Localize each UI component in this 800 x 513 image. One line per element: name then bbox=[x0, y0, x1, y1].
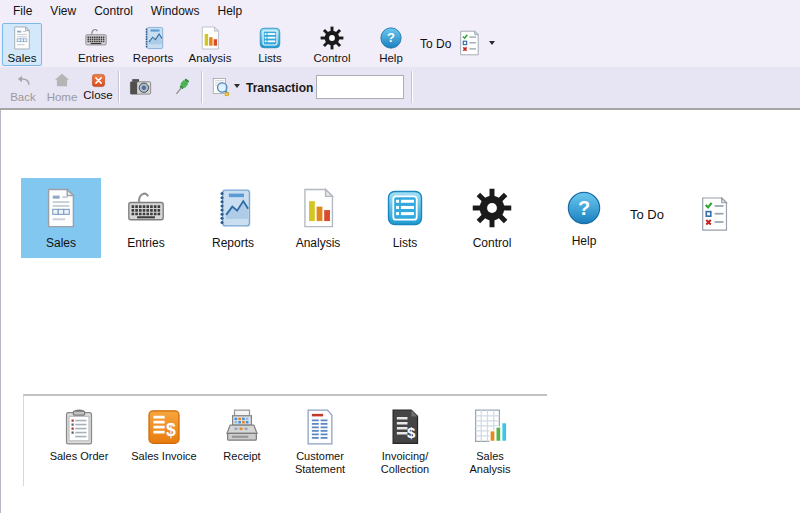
ribbon-button-label: Entries bbox=[78, 52, 114, 64]
ribbon-button-label: Reports bbox=[133, 52, 173, 64]
todo-checklist-icon bbox=[695, 195, 733, 233]
menu-view[interactable]: View bbox=[41, 2, 85, 20]
menu-bar: File View Control Windows Help bbox=[0, 0, 800, 22]
search-button[interactable] bbox=[209, 75, 233, 99]
panel-item-label: Customer bbox=[295, 450, 345, 463]
menu-control[interactable]: Control bbox=[85, 2, 142, 20]
tile-control[interactable]: Control bbox=[452, 178, 532, 258]
transaction-no-input[interactable] bbox=[316, 75, 404, 99]
search-document-icon bbox=[210, 76, 233, 99]
ribbon-button-label: Sales bbox=[8, 52, 37, 64]
tile-label: Reports bbox=[212, 236, 254, 250]
close-icon bbox=[91, 73, 106, 88]
search-dropdown[interactable] bbox=[234, 84, 240, 88]
home-button[interactable]: Home bbox=[44, 71, 80, 103]
screenshot-button[interactable] bbox=[126, 75, 154, 99]
camera-icon bbox=[127, 75, 154, 99]
ribbon-button-reports[interactable]: Reports bbox=[126, 23, 180, 66]
main-todo-button[interactable] bbox=[695, 195, 733, 233]
report-notebook-icon bbox=[211, 186, 255, 230]
tile-analysis[interactable]: Analysis bbox=[278, 178, 358, 258]
ribbon-button-lists[interactable]: Lists bbox=[248, 23, 292, 66]
main-todo-label[interactable]: To Do bbox=[630, 207, 664, 222]
application-window: File View Control Windows Help Sales Ent… bbox=[0, 0, 800, 513]
ribbon-button-analysis[interactable]: Analysis bbox=[182, 23, 238, 66]
invoicing-collection-icon bbox=[385, 407, 425, 447]
tile-help[interactable]: Help bbox=[544, 178, 624, 258]
cash-register-icon bbox=[222, 407, 262, 447]
keyboard-icon bbox=[83, 25, 109, 51]
sales-document-icon bbox=[39, 186, 83, 230]
ribbon-button-label: Help bbox=[379, 52, 403, 64]
gear-icon bbox=[470, 186, 514, 230]
tile-label: Control bbox=[473, 236, 512, 250]
keyboard-icon bbox=[124, 186, 168, 230]
panel-item-label: Receipt bbox=[223, 450, 260, 463]
back-label: Back bbox=[10, 91, 36, 103]
back-arrow-icon bbox=[14, 71, 33, 90]
ribbon-button-entries[interactable]: Entries bbox=[70, 23, 122, 66]
chevron-down-icon[interactable] bbox=[489, 41, 495, 45]
close-button[interactable]: Close bbox=[80, 71, 116, 101]
ribbon-button-label: Lists bbox=[258, 52, 282, 64]
home-icon bbox=[53, 71, 71, 90]
panel-item-sales-analysis[interactable]: Sales Analysis bbox=[454, 407, 526, 475]
ribbon-todo-label: To Do bbox=[420, 37, 451, 51]
navigation-toolbar: Back Home Close Transaction No. bbox=[0, 67, 800, 110]
panel-item-label2: Collection bbox=[381, 463, 429, 476]
tile-label: Help bbox=[572, 234, 597, 248]
panel-item-label: Sales Invoice bbox=[131, 450, 196, 463]
todo-checklist-icon bbox=[455, 29, 483, 57]
panel-item-label2: Analysis bbox=[470, 463, 511, 476]
panel-item-label: Sales bbox=[470, 450, 511, 463]
tile-reports[interactable]: Reports bbox=[193, 178, 273, 258]
ribbon-todo-button[interactable] bbox=[455, 29, 495, 57]
chevron-down-icon bbox=[234, 84, 240, 88]
ribbon-toolbar: Sales Entries Reports Analysis Lists Con… bbox=[0, 22, 800, 67]
panel-item-label: Invoicing/ bbox=[381, 450, 429, 463]
tile-label: Lists bbox=[393, 236, 418, 250]
panel-item-label2: Statement bbox=[295, 463, 345, 476]
ribbon-button-sales[interactable]: Sales bbox=[2, 23, 42, 66]
tile-lists[interactable]: Lists bbox=[365, 178, 445, 258]
pushpin-icon bbox=[169, 74, 194, 101]
panel-item-sales-order[interactable]: Sales Order bbox=[43, 407, 115, 463]
sales-analysis-icon bbox=[470, 407, 510, 447]
toolbar-separator bbox=[118, 71, 119, 103]
help-question-icon bbox=[564, 188, 604, 228]
ribbon-button-control[interactable]: Control bbox=[306, 23, 358, 66]
bar-chart-document-icon bbox=[197, 25, 223, 51]
pin-button[interactable] bbox=[168, 73, 194, 101]
toolbar-separator bbox=[411, 71, 412, 103]
panel-item-receipt[interactable]: Receipt bbox=[206, 407, 278, 463]
menu-windows[interactable]: Windows bbox=[142, 2, 209, 20]
ribbon-button-label: Analysis bbox=[189, 52, 232, 64]
panel-item-sales-invoice[interactable]: Sales Invoice bbox=[128, 407, 200, 463]
customer-statement-icon bbox=[300, 407, 340, 447]
panel-item-customer-statement[interactable]: Customer Statement bbox=[284, 407, 356, 475]
list-icon bbox=[257, 25, 283, 51]
tile-label: Entries bbox=[127, 236, 164, 250]
tile-label: Analysis bbox=[296, 236, 341, 250]
clipboard-icon bbox=[59, 407, 99, 447]
main-content: Sales Entries Reports Analysis Lists Con… bbox=[0, 110, 800, 513]
list-icon bbox=[383, 186, 427, 230]
sales-module-panel: Sales Order Sales Invoice Receipt bbox=[23, 394, 547, 486]
menu-help[interactable]: Help bbox=[209, 2, 252, 20]
ribbon-button-help[interactable]: Help bbox=[372, 23, 410, 66]
home-label: Home bbox=[47, 91, 78, 103]
report-notebook-icon bbox=[140, 25, 166, 51]
menu-file[interactable]: File bbox=[4, 2, 41, 20]
sales-document-icon bbox=[9, 25, 35, 51]
panel-item-invoicing-collection[interactable]: Invoicing/ Collection bbox=[369, 407, 441, 475]
bar-chart-document-icon bbox=[296, 186, 340, 230]
back-button[interactable]: Back bbox=[6, 71, 40, 103]
panel-item-label: Sales Order bbox=[50, 450, 109, 463]
invoice-orange-icon bbox=[144, 407, 184, 447]
tile-sales[interactable]: Sales bbox=[21, 178, 101, 258]
tile-label: Sales bbox=[46, 236, 76, 250]
tile-entries[interactable]: Entries bbox=[106, 178, 186, 258]
help-question-icon bbox=[378, 25, 404, 51]
close-label: Close bbox=[83, 89, 112, 101]
ribbon-button-label: Control bbox=[313, 52, 350, 64]
